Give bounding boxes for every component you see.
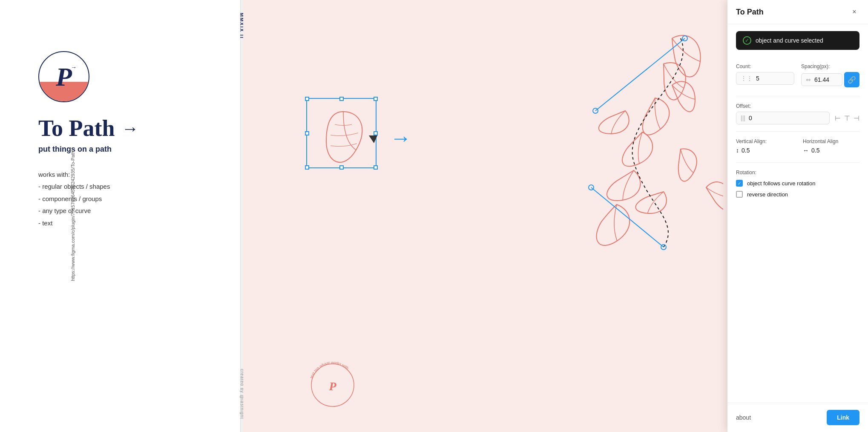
- logo-letter: P: [56, 62, 72, 92]
- offset-group: Offset: ||| 0 ⊢ ⊤ ⊣: [736, 103, 859, 124]
- panel-header: To Path ×: [727, 0, 868, 24]
- leaf-svg: [307, 99, 377, 169]
- svg-line-0: [595, 38, 685, 111]
- list-item: - text: [38, 217, 215, 230]
- offset-icon: |||: [741, 115, 745, 121]
- spacing-icon: ⇔: [806, 76, 811, 83]
- spacing-label: Spacing(px):: [801, 63, 859, 69]
- main-title: To Path →: [38, 115, 215, 141]
- url-label: https://www.figma.com/c/plugin/751576264…: [70, 151, 75, 281]
- panel-title: To Path: [736, 8, 764, 17]
- handle-bm[interactable]: [339, 165, 344, 170]
- handle-br[interactable]: [374, 165, 378, 170]
- count-value: 5: [756, 75, 759, 82]
- logo-circle: P →: [38, 51, 89, 102]
- status-check-icon: ✓: [743, 36, 751, 45]
- spacing-value: 61.44: [814, 76, 829, 83]
- vertical-arrows-icon: ↕: [736, 147, 739, 154]
- svg-text:text too whaat works with: text too whaat works with: [309, 360, 350, 379]
- handle-rm[interactable]: [374, 131, 378, 135]
- subtitle: put things on a path: [38, 145, 215, 154]
- divider-1: [736, 96, 859, 96]
- count-input-row[interactable]: ⋮⋮ 5: [736, 72, 794, 85]
- spacing-group: Spacing(px): ⇔ 61.44 🔗: [801, 63, 859, 87]
- checkbox-2-label: reverse direction: [747, 191, 788, 198]
- title-section: To Path → put things on a path: [38, 115, 215, 154]
- grid-icon: ⋮⋮: [741, 75, 753, 82]
- list-item: - components / groups: [38, 193, 215, 205]
- divider-2: [736, 131, 859, 132]
- bottom-stamp: text too whaat works with P: [303, 355, 362, 415]
- handle-bl[interactable]: [305, 165, 309, 170]
- handle-lm[interactable]: [305, 131, 309, 135]
- checkbox-row-2[interactable]: reverse direction: [736, 191, 859, 198]
- panel-footer: about Link: [727, 403, 868, 432]
- list-item: - any type of curve: [38, 205, 215, 217]
- rotation-label: Rotation:: [736, 170, 859, 176]
- link-button[interactable]: Link: [827, 410, 859, 425]
- vertical-align-value: ↕ 0.5: [736, 147, 793, 154]
- spacing-input-row[interactable]: ⇔ 61.44: [801, 73, 842, 86]
- handle-tl[interactable]: [305, 97, 309, 101]
- checkbox-1[interactable]: ✓: [736, 180, 743, 187]
- list-item: - regular objects / shapes: [38, 181, 215, 193]
- offset-input-row[interactable]: ||| 0: [736, 112, 830, 124]
- plugin-panel: To Path × ✓ object and curve selected Co…: [727, 0, 868, 432]
- align-left-icon[interactable]: ⊢: [835, 114, 841, 122]
- divider-3: [736, 162, 859, 163]
- horizontal-arrows-icon: ↔: [803, 147, 809, 154]
- close-button[interactable]: ×: [849, 7, 859, 17]
- status-text: object and curve selected: [756, 37, 823, 44]
- about-text[interactable]: about: [736, 414, 751, 421]
- svg-line-3: [591, 187, 664, 247]
- horizontal-align-label: Horizontal Align: [803, 138, 859, 144]
- count-group: Count: ⋮⋮ 5: [736, 63, 794, 87]
- cursor-icon: [369, 135, 377, 143]
- leaves-svg: [587, 26, 723, 273]
- rotation-section: Rotation: ✓ object follows curve rotatio…: [736, 170, 859, 202]
- checkbox-row-1[interactable]: ✓ object follows curve rotation: [736, 180, 859, 187]
- vertical-align-number: 0.5: [742, 147, 750, 154]
- align-center-icon[interactable]: ⊤: [844, 114, 850, 122]
- title-arrow-icon: →: [122, 118, 139, 138]
- works-title: works with:: [38, 171, 215, 178]
- leaves-illustration: [587, 26, 723, 273]
- checkbox-1-label: object follows curve rotation: [747, 180, 815, 187]
- stamp-svg: text too whaat works with P: [303, 355, 362, 415]
- status-bar: ✓ object and curve selected: [736, 31, 859, 50]
- offset-value: 0: [749, 115, 752, 121]
- link-toggle-button[interactable]: 🔗: [844, 72, 859, 87]
- logo-container: P →: [38, 51, 215, 102]
- offset-align-icons: ⊢ ⊤ ⊣: [835, 114, 859, 122]
- horizontal-align-value: ↔ 0.5: [803, 147, 859, 154]
- works-section: works with: - regular objects / shapes -…: [38, 171, 215, 229]
- count-spacing-row: Count: ⋮⋮ 5 Spacing(px): ⇔ 61.44 🔗: [736, 63, 859, 87]
- selection-box: [306, 98, 377, 168]
- vertical-align-label: Vertical Align:: [736, 138, 793, 144]
- works-list: - regular objects / shapes - components …: [38, 181, 215, 229]
- horizontal-align-number: 0.5: [811, 147, 819, 154]
- canvas-arrow-icon: →: [390, 126, 411, 150]
- title-text: To Path: [38, 115, 115, 141]
- svg-text:P: P: [328, 380, 336, 393]
- handle-tr[interactable]: [374, 97, 378, 101]
- align-row: Vertical Align: ↕ 0.5 Horizontal Align ↔…: [736, 138, 859, 154]
- align-right-icon[interactable]: ⊣: [854, 114, 859, 122]
- count-label: Count:: [736, 63, 794, 69]
- left-panel: https://www.figma.com/c/plugin/751576264…: [0, 0, 241, 432]
- horizontal-align-group: Horizontal Align ↔ 0.5: [803, 138, 859, 154]
- checkbox-2[interactable]: [736, 191, 743, 198]
- handle-tm[interactable]: [339, 97, 344, 101]
- offset-label: Offset:: [736, 103, 859, 109]
- vertical-align-group: Vertical Align: ↕ 0.5: [736, 138, 793, 154]
- main-container: https://www.figma.com/c/plugin/751576264…: [0, 0, 868, 432]
- panel-body: Count: ⋮⋮ 5 Spacing(px): ⇔ 61.44 🔗: [727, 50, 868, 403]
